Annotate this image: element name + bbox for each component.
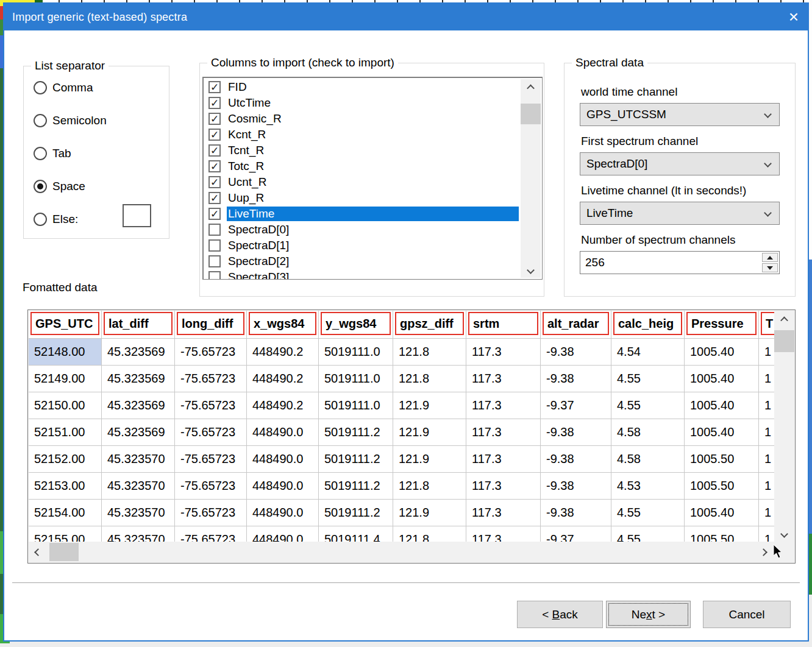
table-cell[interactable]: 1005.40 <box>685 392 759 419</box>
table-cell[interactable]: 121.9 <box>393 500 466 526</box>
column-list-item[interactable]: ✓ FID <box>205 79 519 95</box>
table-cell[interactable]: 4.55 <box>611 366 685 392</box>
table-header-cell[interactable]: alt_radar <box>541 311 611 339</box>
table-cell[interactable]: 45.323569 <box>102 339 175 366</box>
spinner-up-button[interactable] <box>762 253 778 262</box>
table-cell[interactable]: 117.3 <box>466 419 541 446</box>
field-spinner[interactable]: 256 <box>580 251 780 274</box>
table-cell[interactable]: -9.37 <box>541 392 611 419</box>
table-cell[interactable]: 448490.2 <box>247 339 319 366</box>
table-cell[interactable]: 1 <box>759 446 775 473</box>
close-icon[interactable]: × <box>780 4 808 30</box>
table-header-cell[interactable]: Pressure <box>685 311 759 339</box>
radio-icon[interactable] <box>34 213 47 226</box>
table-header-cell[interactable]: srtm <box>466 311 541 339</box>
table-cell[interactable]: 121.8 <box>393 366 466 392</box>
scroll-right-button[interactable] <box>754 542 772 562</box>
table-cell[interactable]: 1005.40 <box>685 366 759 392</box>
table-cell[interactable]: 117.3 <box>466 446 541 473</box>
table-cell[interactable]: 52155.00 <box>29 526 102 542</box>
table-cell[interactable]: 5019111.4 <box>319 526 393 542</box>
spinner-down-button[interactable] <box>762 263 778 272</box>
table-cell[interactable]: 1005.50 <box>685 526 759 542</box>
table-header-cell[interactable]: calc_heig <box>611 311 685 339</box>
table-cell[interactable]: 117.3 <box>466 339 541 366</box>
table-cell[interactable]: 4.55 <box>611 392 685 419</box>
table-cell[interactable]: -9.38 <box>541 419 611 446</box>
table-cell[interactable]: 45.323570 <box>102 526 175 542</box>
table-cell[interactable]: 5019111.0 <box>319 392 393 419</box>
table-cell[interactable]: 1005.40 <box>685 500 759 526</box>
scroll-up-button[interactable] <box>521 79 541 95</box>
column-list-item[interactable]: ✓ UtcTime <box>205 95 519 111</box>
table-cell[interactable]: 448490.0 <box>247 419 319 446</box>
table-cell[interactable]: 1 <box>759 473 775 500</box>
radio-option[interactable]: Else: <box>34 210 107 228</box>
table-cell[interactable]: 4.58 <box>611 419 685 446</box>
cancel-button[interactable]: Cancel <box>703 601 791 628</box>
table-horizontal-scrollbar[interactable] <box>29 542 794 562</box>
scroll-down-button[interactable] <box>774 525 794 542</box>
table-cell[interactable]: 4.58 <box>611 446 685 473</box>
scrollbar-thumb[interactable] <box>521 104 541 124</box>
else-separator-input[interactable] <box>123 204 151 227</box>
scrollbar-thumb[interactable] <box>49 543 79 561</box>
radio-option[interactable]: Tab <box>34 144 107 163</box>
table-cell[interactable]: 448490.0 <box>247 526 319 542</box>
checkbox-icon[interactable] <box>208 224 221 236</box>
checkbox-icon[interactable]: ✓ <box>208 160 221 172</box>
table-cell[interactable]: 45.323569 <box>102 392 175 419</box>
table-cell[interactable]: -75.65723 <box>175 392 247 419</box>
table-cell[interactable]: 52154.00 <box>29 500 102 526</box>
table-header-cell[interactable]: x_wgs84 <box>247 311 319 339</box>
table-cell[interactable]: -75.65723 <box>175 500 247 526</box>
checkbox-icon[interactable]: ✓ <box>208 81 221 93</box>
column-list-item[interactable]: SpectraD[0] <box>205 222 519 238</box>
table-cell[interactable]: 1005.40 <box>685 419 759 446</box>
table-cell[interactable]: 5019111.0 <box>319 366 393 392</box>
checkbox-icon[interactable]: ✓ <box>208 97 221 109</box>
table-cell[interactable]: 117.3 <box>466 500 541 526</box>
listbox-vertical-scrollbar[interactable] <box>521 79 541 278</box>
scroll-down-button[interactable] <box>521 262 541 278</box>
table-cell[interactable]: 4.55 <box>611 526 685 542</box>
table-cell[interactable]: 52149.00 <box>29 366 102 392</box>
scrollbar-thumb[interactable] <box>774 330 794 352</box>
table-cell[interactable]: -9.38 <box>541 446 611 473</box>
scroll-up-button[interactable] <box>774 311 794 328</box>
table-cell[interactable]: 117.3 <box>466 526 541 542</box>
table-header-cell[interactable]: GPS_UTC <box>29 311 102 339</box>
table-cell[interactable]: 45.323570 <box>102 446 175 473</box>
table-cell[interactable]: 1 <box>759 500 775 526</box>
column-list-item[interactable]: ✓ Totc_R <box>205 158 519 174</box>
checkbox-icon[interactable]: ✓ <box>208 176 221 188</box>
table-cell[interactable]: 52148.00 <box>29 339 102 366</box>
column-list-item[interactable]: SpectraD[1] <box>205 238 519 253</box>
table-cell[interactable]: -75.65723 <box>175 446 247 473</box>
table-cell[interactable]: 52153.00 <box>29 473 102 500</box>
table-cell[interactable]: 121.8 <box>393 339 466 366</box>
column-list-item[interactable]: ✓ Uup_R <box>205 190 519 206</box>
radio-option[interactable]: Semicolon <box>34 111 107 130</box>
table-cell[interactable]: 117.3 <box>466 473 541 500</box>
column-list-item[interactable]: SpectraD[2] <box>205 253 519 269</box>
table-cell[interactable]: 121.8 <box>393 473 466 500</box>
table-cell[interactable]: 1005.40 <box>685 339 759 366</box>
table-cell[interactable]: 1 <box>759 366 775 392</box>
table-cell[interactable]: -75.65723 <box>175 473 247 500</box>
table-cell[interactable]: -75.65723 <box>175 339 247 366</box>
radio-option[interactable]: Comma <box>34 79 107 97</box>
column-list-item[interactable]: ✓ Cosmic_R <box>205 111 519 127</box>
table-header-cell[interactable]: y_wgs84 <box>319 311 393 339</box>
back-button[interactable]: < Back <box>517 601 603 628</box>
table-cell[interactable]: 121.8 <box>393 526 466 542</box>
table-header-cell[interactable]: T <box>759 311 775 339</box>
scroll-left-button[interactable] <box>29 542 47 562</box>
column-list-item[interactable]: SpectraD[3] <box>205 269 519 280</box>
table-cell[interactable]: 5019111.2 <box>319 500 393 526</box>
checkbox-icon[interactable]: ✓ <box>208 113 221 125</box>
checkbox-icon[interactable] <box>208 271 221 280</box>
table-cell[interactable]: 4.54 <box>611 339 685 366</box>
checkbox-icon[interactable] <box>208 255 221 267</box>
radio-option[interactable]: Space <box>34 177 107 196</box>
